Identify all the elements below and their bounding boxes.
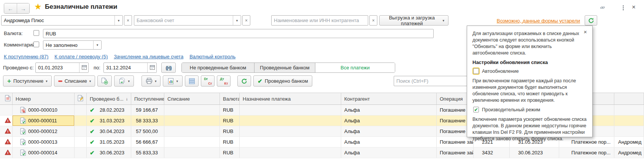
cell-number[interactable]: 0000-000011 (13, 115, 75, 126)
period-to-calendar-button[interactable] (147, 63, 156, 72)
print-button[interactable]: ▾ (142, 75, 161, 87)
cell-posted[interactable]: ✔30.06.2023 (87, 148, 131, 158)
register-records-button[interactable] (185, 75, 199, 87)
close-window-button[interactable]: × (629, 3, 638, 11)
create-document-button[interactable] (97, 75, 112, 87)
comment-value-input[interactable] (43, 41, 93, 49)
copy-link-button[interactable] (598, 3, 607, 12)
organization-clear-button[interactable]: × (124, 15, 132, 26)
cell-receipt[interactable]: 57 500,00 (131, 126, 164, 136)
cell-purpose[interactable] (240, 126, 341, 136)
cell-purpose[interactable] (240, 148, 341, 158)
dtkt-movements-button[interactable]: Дт Кт (217, 75, 231, 87)
currency-filter-checkbox[interactable] (33, 30, 39, 36)
cell-org[interactable] (614, 126, 644, 136)
cell-status[interactable] (3, 105, 13, 115)
cell-counterparty[interactable]: Альфа (341, 148, 437, 158)
cell-writeoff[interactable] (164, 105, 220, 115)
segment-1[interactable]: Проведенные банком (254, 63, 315, 72)
segment-0[interactable]: Не проведенные банком (182, 63, 254, 72)
quick-link-3[interactable]: Валютный контроль (189, 54, 235, 59)
cell-receipt[interactable]: 58 333,33 (131, 115, 164, 126)
cell-receipt[interactable]: 59 166,67 (131, 105, 164, 115)
cell-posted[interactable]: ✔31.03.2023 (87, 115, 131, 126)
period-from-calendar-button[interactable] (79, 63, 88, 72)
comment-dropdown-button[interactable]: ▾ (93, 41, 101, 49)
cell-writeoff[interactable] (164, 115, 220, 126)
cell-writeoff[interactable] (164, 137, 220, 147)
cell-edit[interactable] (75, 105, 87, 115)
add-writeoff-button[interactable]: Списание ▾ (54, 75, 95, 87)
cell-currency[interactable]: RUB (220, 105, 240, 115)
column-header-edit[interactable] (75, 93, 87, 104)
cell-counterparty[interactable]: Альфа (341, 115, 437, 126)
cell-edit[interactable] (75, 126, 87, 136)
counterparty-input[interactable] (272, 16, 368, 25)
cell-currency[interactable]: RUB (220, 126, 240, 136)
refresh-list-button[interactable] (237, 75, 251, 87)
cell-number[interactable]: 0000-000010 (13, 105, 75, 115)
quick-link-2[interactable]: Зачисление на лицевые счета (114, 54, 183, 59)
period-to-input[interactable] (104, 63, 147, 72)
bank-account-input[interactable] (134, 16, 233, 25)
cell-status[interactable]: ! (3, 148, 13, 158)
mark-posted-by-bank-button[interactable]: ✔ Проведено банком (253, 75, 312, 87)
column-header-purpose[interactable]: Назначение платежа (240, 93, 341, 104)
column-header-receipt[interactable]: Поступление (131, 93, 164, 104)
column-header-status[interactable] (3, 93, 13, 104)
bank-account-dropdown-button[interactable]: ▾ (233, 16, 241, 25)
cell-status[interactable]: ! (3, 115, 13, 126)
forward-button[interactable]: → (17, 3, 29, 13)
comment-filter-checkbox[interactable] (33, 42, 39, 47)
column-header-counterparty[interactable]: Контрагент (341, 93, 437, 104)
cell-operation[interactable]: Погашение зай... (437, 148, 474, 158)
cell-edit[interactable] (75, 115, 87, 126)
organization-dropdown-button[interactable]: ▾ (114, 16, 122, 25)
column-header-number[interactable]: Номер (13, 93, 75, 104)
cell-currency[interactable]: RUB (220, 115, 240, 126)
cell-writeoff[interactable] (164, 148, 220, 158)
column-header-posted[interactable]: Проведено б...↓ (87, 93, 131, 104)
cell-status[interactable]: ! (3, 126, 13, 136)
quick-link-1[interactable]: К оплате / переводу (5) (54, 54, 108, 59)
bank-account-clear-button[interactable]: × (242, 15, 250, 26)
cell-purpose[interactable] (240, 105, 341, 115)
form-stale-warning-link[interactable]: Возможно, данные формы устарели (497, 18, 580, 24)
cell-org[interactable] (614, 105, 644, 115)
cell-writeoff[interactable] (164, 126, 220, 136)
more-menu-button[interactable] (619, 3, 628, 12)
cell-in_number[interactable]: 3432 (474, 148, 510, 158)
cell-counterparty[interactable]: Альфа (341, 105, 437, 115)
popup-close-button[interactable]: × (581, 28, 589, 35)
cell-currency[interactable]: RUB (220, 137, 240, 147)
segment-2[interactable]: Все платежи (315, 63, 395, 72)
upload-payments-button[interactable]: Выгрузка и загрузка платежей ▾ (379, 15, 448, 26)
refresh-form-button[interactable] (585, 15, 597, 26)
cell-currency[interactable]: RUB (220, 148, 240, 158)
cell-purpose[interactable] (240, 115, 341, 126)
cell-edit[interactable] (75, 137, 87, 147)
column-header-writeoff[interactable]: Списание (164, 93, 220, 104)
reports-button[interactable]: ▾ (163, 75, 183, 87)
counterparty-clear-button[interactable]: × (369, 15, 377, 26)
cell-receipt[interactable]: 55 833,33 (131, 148, 164, 158)
favorite-star-icon[interactable]: ★ (34, 3, 42, 11)
performance-mode-checkbox[interactable] (473, 107, 479, 112)
period-quick-select-button[interactable]: ((•)) (161, 63, 176, 73)
cell-posted[interactable]: ✔30.04.2023 (87, 126, 131, 136)
cell-receipt[interactable]: 56 666,67 (131, 137, 164, 147)
add-receipt-button[interactable]: + Поступление ▾ (3, 75, 52, 87)
period-from-input[interactable] (36, 63, 79, 72)
quick-link-0[interactable]: К поступлению (87) (4, 54, 48, 59)
cell-counterparty[interactable]: Альфа (341, 137, 437, 147)
cell-counterparty[interactable]: Альфа (341, 126, 437, 136)
cell-posted[interactable]: ✔28.02.2023 (87, 105, 131, 115)
cell-org[interactable] (614, 115, 644, 126)
drcr-movements-button[interactable]: Dr Cr (201, 75, 215, 87)
cell-number[interactable]: 0000-000013 (13, 137, 75, 147)
column-header-org[interactable] (614, 93, 644, 104)
cell-org[interactable]: Андромед (614, 137, 644, 147)
cell-status[interactable]: ! (3, 137, 13, 147)
cell-purpose[interactable] (240, 137, 341, 147)
cell-number[interactable]: 0000-000012 (13, 126, 75, 136)
